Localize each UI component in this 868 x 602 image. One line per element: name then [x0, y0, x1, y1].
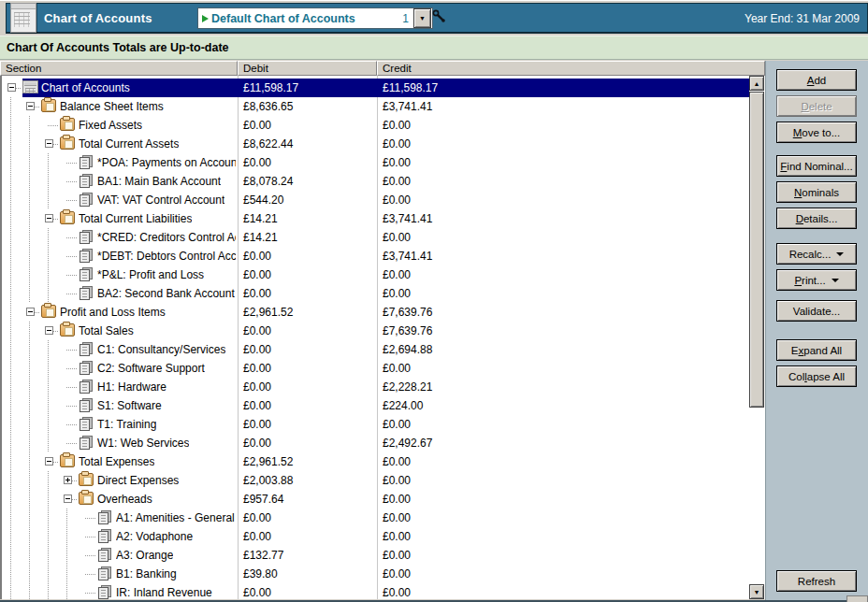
table-row[interactable]: Fixed Assets£0.00£0.00 [0, 116, 749, 135]
collapse-all-button[interactable]: Collapse All [776, 366, 857, 387]
debit-value: £2,961.52 [243, 455, 293, 468]
dropdown-arrow-icon [832, 279, 839, 282]
table-row[interactable]: VAT: VAT Control Account£544.20£0.00 [0, 191, 749, 209]
row-label: H1: Hardware [97, 380, 166, 394]
collapse-toggle-icon[interactable] [7, 83, 16, 92]
table-row[interactable]: H1: Hardware£0.00£2,228.21 [0, 378, 749, 396]
scroll-down-icon[interactable]: ▼ [749, 584, 764, 599]
table-row[interactable]: A2: Vodaphone£0.00£0.00 [0, 527, 749, 546]
tree-guide-line [29, 228, 30, 247]
collapse-toggle-icon[interactable] [64, 494, 72, 503]
validate-button[interactable]: Validate... [776, 300, 857, 322]
chart-of-accounts-icon [22, 80, 38, 93]
column-header-debit[interactable]: Debit [238, 61, 377, 76]
table-row[interactable]: A3: Orange£132.77£0.00 [0, 546, 749, 565]
tree-guide-line [10, 322, 11, 340]
ledger-icon [79, 155, 93, 168]
ledger-icon [79, 417, 93, 430]
table-row[interactable]: W1: Web Services£0.00£2,492.67 [0, 434, 749, 452]
debit-value: £0.00 [243, 380, 271, 394]
table-row[interactable]: B1: Banking£39.80£0.00 [0, 565, 749, 583]
credit-value: £0.00 [383, 586, 411, 599]
table-row[interactable]: Total Current Assets£8,622.44£0.00 [0, 135, 749, 153]
row-label: Total Expenses [79, 455, 154, 468]
chart-of-accounts-window: Chart of Accounts Default Chart of Accou… [0, 0, 868, 602]
tree-guide-line [66, 256, 78, 257]
row-label: IR: Inland Revenue [116, 586, 212, 599]
table-row[interactable]: A1: Amenities - General£0.00£0.00 [0, 509, 749, 527]
table-row[interactable]: IR: Inland Revenue£0.00£0.00 [0, 583, 749, 599]
row-label: S1: Software [97, 399, 162, 412]
table-row[interactable]: *DEBT: Debtors Control Account£0.00£3,74… [0, 247, 749, 265]
refresh-button[interactable]: Refresh [776, 570, 857, 592]
tree-guide-line [66, 443, 78, 444]
tree-guide-line [29, 396, 30, 415]
button-label: Expand All [791, 345, 842, 356]
tree-guide-line [48, 191, 49, 209]
collapse-toggle-icon[interactable] [45, 139, 53, 148]
table-row[interactable]: *P&L: Profit and Loss£0.00£0.00 [0, 265, 749, 284]
row-label: Total Current Liabilities [79, 212, 192, 225]
tree-guide-line [85, 593, 96, 594]
table-row[interactable]: BA1: Main Bank Account£8,078.24£0.00 [0, 172, 749, 191]
tree-guide-line [10, 265, 11, 284]
table-row[interactable]: Direct Expenses£2,003.88£0.00 [0, 471, 749, 490]
table-row[interactable]: *CRED: Creditors Control Account£14.21£0… [0, 228, 749, 247]
find-nominal-button[interactable]: Find Nominal... [776, 155, 857, 177]
ledger-icon [79, 361, 93, 374]
tree-guide-line [66, 200, 78, 201]
column-header-section[interactable]: Section [0, 61, 238, 76]
table-row[interactable]: Chart of Accounts£11,598.17£11,598.17 [0, 79, 749, 97]
collapse-toggle-icon[interactable] [26, 308, 35, 316]
tree-guide-line [48, 153, 49, 172]
scroll-up-icon[interactable]: ▲ [749, 76, 764, 91]
table-row[interactable]: C1: Consultancy/Services£0.00£2,694.88 [0, 340, 749, 359]
collapse-toggle-icon[interactable] [45, 214, 53, 222]
table-row[interactable]: Profit and Loss Items£2,961.52£7,639.76 [0, 303, 749, 322]
button-label: Add [807, 75, 826, 86]
tree-guide-line [10, 583, 11, 599]
table-row[interactable]: S1: Software£0.00£224.00 [0, 396, 749, 415]
table-row[interactable]: C2: Software Support£0.00£0.00 [0, 359, 749, 378]
ledger-icon [79, 193, 93, 206]
details-button[interactable]: Details... [776, 208, 857, 229]
expand-toggle-icon[interactable] [64, 476, 72, 484]
debit-value: £957.64 [243, 493, 283, 506]
collapse-toggle-icon[interactable] [45, 326, 53, 335]
debit-value: £14.21 [243, 231, 278, 244]
ledger-icon [97, 585, 111, 598]
tree-guide-line [10, 247, 11, 265]
table-row[interactable]: *POA: Payments on Account£0.00£0.00 [0, 153, 749, 172]
combo-selected-value: Default Chart of Accounts [211, 12, 402, 25]
debit-value: £8,622.44 [243, 137, 293, 150]
nominals-button[interactable]: Nominals [776, 181, 857, 203]
delete-button[interactable]: Delete [776, 95, 857, 117]
collapse-toggle-icon[interactable] [26, 102, 35, 110]
button-label: Collapse All [788, 371, 845, 382]
table-row[interactable]: Balance Sheet Items£8,636.65£3,741.41 [0, 97, 749, 116]
vertical-scrollbar[interactable]: ▲ ▼ [749, 76, 764, 599]
tree-guide-line [48, 396, 49, 415]
table-row[interactable]: Overheads£957.64£0.00 [0, 490, 749, 509]
tree-guide-line [29, 153, 30, 172]
expand-all-button[interactable]: Expand All [776, 339, 857, 361]
table-row[interactable]: Total Sales£0.00£7,639.76 [0, 322, 749, 340]
add-button[interactable]: Add [776, 69, 857, 91]
table-row[interactable]: Total Current Liabilities£14.21£3,741.41 [0, 209, 749, 228]
tree-guide-line [10, 303, 11, 322]
move-to-button[interactable]: Move to... [776, 122, 857, 143]
recalc-button[interactable]: Recalc... [776, 243, 857, 265]
chart-selector-combobox[interactable]: Default Chart of Accounts 1 ▼ [197, 7, 433, 29]
column-header-credit[interactable]: Credit [377, 61, 765, 76]
tree-guide-line [10, 97, 11, 116]
table-row[interactable]: Total Expenses£2,961.52£0.00 [0, 452, 749, 471]
table-row[interactable]: T1: Training£0.00£0.00 [0, 415, 749, 434]
credit-value: £0.00 [383, 231, 411, 244]
table-row[interactable]: BA2: Second Bank Account£0.00£0.00 [0, 284, 749, 303]
chevron-down-icon[interactable]: ▼ [413, 8, 431, 28]
collapse-toggle-icon[interactable] [45, 457, 53, 466]
tree-guide-line [10, 378, 11, 396]
print-button[interactable]: Print... [776, 269, 857, 291]
scrollbar-thumb[interactable] [749, 92, 764, 408]
wrench-icon[interactable] [431, 8, 448, 25]
